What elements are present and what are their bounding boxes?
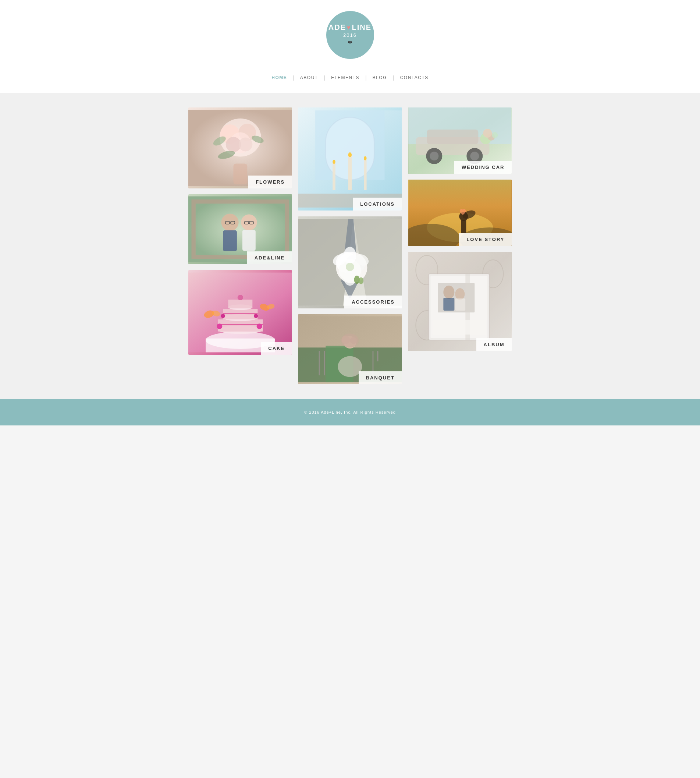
svg-point-50 bbox=[364, 156, 367, 160]
svg-point-91 bbox=[492, 132, 498, 138]
svg-point-64 bbox=[344, 270, 357, 285]
nav-sep-2: | bbox=[324, 75, 325, 80]
accessories-image bbox=[298, 216, 402, 309]
svg-rect-109 bbox=[443, 298, 454, 311]
gallery-label-album: ALBUM bbox=[477, 338, 512, 351]
footer-copyright: © 2016 Ade+Line, Inc. All Rights Reserve… bbox=[0, 410, 700, 414]
gallery-item-flowers[interactable]: FLOWERS bbox=[188, 107, 292, 189]
svg-point-107 bbox=[443, 285, 454, 299]
album-image bbox=[408, 252, 512, 351]
svg-rect-10 bbox=[233, 164, 247, 184]
svg-point-67 bbox=[358, 277, 363, 284]
nav-item-home[interactable]: HOME bbox=[268, 73, 290, 82]
logo-name: ADE ♥ LINE bbox=[328, 23, 372, 32]
svg-point-49 bbox=[333, 160, 335, 164]
gallery-item-couple[interactable]: ADE&LINE bbox=[188, 194, 292, 264]
gallery-item-love-story[interactable]: LOVE STORY bbox=[408, 180, 512, 246]
gallery-item-cake[interactable]: CAKE bbox=[188, 270, 292, 355]
locations-image bbox=[298, 107, 402, 210]
svg-point-51 bbox=[348, 152, 352, 157]
svg-point-65 bbox=[346, 263, 354, 271]
svg-rect-46 bbox=[333, 162, 335, 190]
svg-rect-27 bbox=[218, 319, 263, 332]
gallery-label-love-story: LOVE STORY bbox=[459, 233, 512, 246]
logo[interactable]: ADE ♥ LINE 2016 ⚭ bbox=[326, 11, 374, 59]
nav-item-blog[interactable]: BLOG bbox=[370, 73, 390, 82]
svg-point-108 bbox=[455, 288, 465, 300]
svg-point-77 bbox=[342, 334, 358, 348]
svg-point-6 bbox=[238, 138, 252, 152]
nav-sep-1: | bbox=[293, 75, 294, 80]
nav-sep-3: | bbox=[365, 75, 367, 80]
gallery-label-cake: CAKE bbox=[261, 342, 292, 355]
svg-point-36 bbox=[257, 324, 262, 329]
logo-rings-icon: ⚭ bbox=[347, 38, 353, 47]
gallery-col-3: WEDDING CAR bbox=[408, 107, 512, 384]
svg-point-34 bbox=[237, 295, 243, 300]
main-content: FLOWERS bbox=[0, 93, 700, 399]
logo-name-part1: ADE bbox=[328, 23, 346, 32]
gallery-item-banquet[interactable]: BANQUET bbox=[298, 314, 402, 384]
svg-rect-48 bbox=[348, 156, 352, 190]
header: ADE ♥ LINE 2016 ⚭ HOME | ABOUT | ELEMENT… bbox=[0, 0, 700, 93]
gallery-label-accessories: ACCESSORIES bbox=[344, 296, 402, 309]
nav-sep-4: | bbox=[393, 75, 394, 80]
nav-item-elements[interactable]: ELEMENTS bbox=[328, 73, 362, 82]
main-nav: HOME | ABOUT | ELEMENTS | BLOG | CONTACT… bbox=[268, 70, 432, 85]
svg-point-86 bbox=[430, 152, 438, 160]
svg-rect-30 bbox=[223, 309, 257, 319]
logo-heart-icon: ♥ bbox=[347, 24, 351, 31]
nav-item-about[interactable]: ABOUT bbox=[297, 73, 321, 82]
svg-point-35 bbox=[217, 324, 222, 329]
svg-point-13 bbox=[221, 214, 238, 231]
gallery-label-banquet: BANQUET bbox=[358, 371, 402, 384]
nav-item-contacts[interactable]: CONTACTS bbox=[397, 73, 432, 82]
gallery-col-2: LOCATIONS bbox=[298, 107, 402, 384]
gallery-col-1: FLOWERS bbox=[188, 107, 292, 384]
svg-point-63 bbox=[344, 247, 357, 264]
svg-rect-72 bbox=[319, 351, 320, 376]
svg-point-87 bbox=[470, 152, 479, 160]
svg-rect-73 bbox=[324, 351, 325, 376]
gallery-item-accessories[interactable]: ACCESSORIES bbox=[298, 216, 402, 309]
gallery-item-locations[interactable]: LOCATIONS bbox=[298, 107, 402, 210]
svg-rect-112 bbox=[432, 320, 485, 334]
gallery-label-flowers: FLOWERS bbox=[248, 175, 292, 189]
gallery-grid: FLOWERS bbox=[181, 107, 519, 384]
footer: © 2016 Ade+Line, Inc. All Rights Reserve… bbox=[0, 399, 700, 426]
svg-rect-16 bbox=[242, 230, 255, 251]
svg-rect-33 bbox=[228, 300, 252, 309]
logo-name-part2: LINE bbox=[352, 23, 372, 32]
logo-year: 2016 bbox=[343, 32, 357, 38]
svg-point-90 bbox=[483, 129, 492, 138]
svg-rect-47 bbox=[364, 159, 367, 190]
gallery-item-wedding-car[interactable]: WEDDING CAR bbox=[408, 107, 512, 174]
gallery-label-locations: LOCATIONS bbox=[353, 198, 402, 210]
svg-rect-97 bbox=[461, 220, 466, 233]
svg-rect-14 bbox=[223, 230, 237, 251]
svg-point-37 bbox=[221, 314, 225, 318]
svg-point-15 bbox=[241, 214, 257, 230]
svg-rect-79 bbox=[377, 351, 378, 361]
gallery-item-album[interactable]: ALBUM bbox=[408, 252, 512, 351]
svg-rect-83 bbox=[427, 130, 478, 144]
svg-point-38 bbox=[254, 314, 258, 318]
svg-rect-110 bbox=[455, 299, 465, 311]
gallery-label-couple: ADE&LINE bbox=[247, 251, 292, 264]
gallery-label-wedding-car: WEDDING CAR bbox=[454, 161, 512, 174]
